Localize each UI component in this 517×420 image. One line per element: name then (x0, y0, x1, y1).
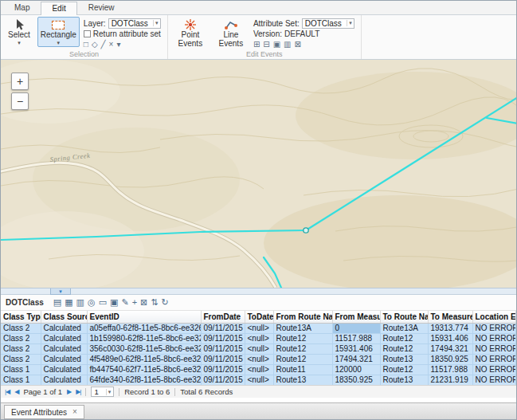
show-selected-records-icon[interactable]: ▥ (76, 298, 84, 307)
return-attribute-set-checkbox[interactable] (84, 30, 91, 37)
table-row[interactable]: Class 2Calculated1b159980-62f8-11e5-8bc6… (1, 333, 516, 343)
table-cell[interactable]: a05effa0-62f8-11e5-8bc6-ee32641d5ec9 (87, 323, 201, 333)
add-record-icon[interactable]: + (132, 298, 137, 307)
clear-selection-icon[interactable]: ▭ (99, 298, 107, 307)
column-header-class-type[interactable]: Class Type (1, 311, 41, 323)
table-cell[interactable]: Class 2 (1, 333, 41, 343)
table-cell[interactable]: Class 2 (1, 323, 41, 333)
table-cell[interactable]: 17494.321 (332, 354, 380, 364)
table-cell[interactable]: 18350.925 (332, 375, 380, 385)
save-edits-icon[interactable]: ▣ (110, 298, 118, 307)
table-cell[interactable]: <null> (245, 375, 273, 385)
column-header-class-source[interactable]: Class Source (41, 311, 87, 323)
tab-edit[interactable]: Edit (41, 2, 76, 15)
table-cell[interactable]: 1b159980-62f8-11e5-8bc6-ee32641d5ec9 (87, 333, 201, 343)
table-cell[interactable]: NO ERROR (472, 354, 516, 364)
table-cell[interactable]: 15931.406 (332, 343, 380, 354)
table-cell[interactable]: <null> (245, 323, 273, 333)
table-cell[interactable]: Calculated (41, 323, 87, 333)
table-cell[interactable]: NO ERROR (472, 364, 516, 375)
edit-record-icon[interactable]: ✎ (121, 298, 128, 307)
table-cell[interactable]: Calculated (41, 375, 87, 385)
table-cell[interactable]: Route11 (273, 364, 332, 375)
delete-record-icon[interactable]: ⊠ (140, 298, 147, 307)
table-cell[interactable]: Route13A (273, 323, 332, 333)
table-cell[interactable]: 19313.774 (428, 323, 472, 333)
column-header-to-measure[interactable]: To Measure (428, 311, 472, 323)
table-cell[interactable]: <null> (245, 333, 273, 343)
table-cell[interactable]: Class 1 (1, 364, 41, 375)
table-cell[interactable]: 09/11/2015 (201, 375, 245, 385)
clear-selection-icon[interactable]: × (109, 41, 114, 49)
select-by-rectangle-icon[interactable]: □ (84, 41, 88, 49)
zoom-to-selected-icon[interactable]: ◎ (88, 298, 96, 307)
merge-events-icon[interactable]: ⊟ (263, 41, 269, 49)
table-row[interactable]: Class 2Calculated4f5489e0-62f8-11e5-8bc6… (1, 354, 516, 364)
column-header-location-error[interactable]: Location Error (472, 311, 516, 323)
paste-event-icon[interactable]: ▥ (284, 41, 291, 49)
tab-map[interactable]: Map (3, 1, 41, 14)
table-row[interactable]: Class 2Calculated356c0030-62f8-11e5-8bc6… (1, 343, 516, 354)
table-cell[interactable]: Calculated (41, 354, 87, 364)
table-cell[interactable]: 11517.988 (428, 364, 472, 375)
zoom-out-button[interactable]: − (11, 92, 29, 110)
table-cell[interactable]: Route12 (380, 333, 428, 343)
table-row[interactable]: Class 1Calculatedfb447540-62f7-11e5-8bc6… (1, 364, 516, 375)
table-cell[interactable]: Class 2 (1, 343, 41, 354)
table-cell[interactable]: Route12 (380, 343, 428, 354)
table-cell[interactable]: Route12 (273, 333, 332, 343)
table-cell[interactable]: Route13A (380, 323, 428, 333)
table-cell[interactable]: 4f5489e0-62f8-11e5-8bc6-ee32641d5ec9 (87, 354, 201, 364)
table-cell[interactable]: 09/11/2015 (201, 354, 245, 364)
table-cell[interactable]: 356c0030-62f8-11e5-8bc6-ee32641d5ec9 (87, 343, 201, 354)
copy-event-icon[interactable]: ▣ (273, 41, 280, 49)
column-header-from-measure[interactable]: From Measure (332, 311, 380, 323)
first-page-button[interactable]: |◀ (5, 388, 10, 395)
select-tool-button[interactable]: Select ▾ (5, 17, 33, 47)
table-cell[interactable]: Class 2 (1, 354, 41, 364)
show-all-records-icon[interactable]: ▦ (65, 298, 72, 307)
point-events-button[interactable]: Point Events (172, 17, 209, 49)
table-cell[interactable]: Route12 (273, 354, 332, 364)
table-cell[interactable]: NO ERROR (472, 375, 516, 385)
close-icon[interactable]: × (72, 408, 77, 416)
table-cell[interactable]: Route13 (380, 354, 428, 364)
table-cell[interactable]: Calculated (41, 364, 87, 375)
table-cell[interactable]: 21231.919 (428, 375, 472, 385)
table-cell[interactable]: 09/11/2015 (201, 343, 245, 354)
split-event-icon[interactable]: ⊞ (253, 41, 260, 49)
sort-records-icon[interactable]: ⇅ (151, 298, 158, 307)
table-cell[interactable]: NO ERROR (472, 323, 516, 333)
table-cell[interactable]: Calculated (41, 333, 87, 343)
panel-splitter[interactable]: ▼ (1, 288, 516, 295)
table-row[interactable]: Class 1Calculated64fde340-62f8-11e5-8bc6… (1, 375, 516, 385)
table-cell[interactable]: fb447540-62f7-11e5-8bc6-ee32641d5ec9 (87, 364, 201, 375)
table-cell[interactable]: 120000 (332, 364, 380, 375)
column-header-eventid[interactable]: EventID (87, 311, 201, 323)
table-cell[interactable]: 18350.925 (428, 354, 472, 364)
last-page-button[interactable]: ▶| (76, 388, 80, 395)
refresh-table-icon[interactable]: ↻ (162, 298, 169, 307)
rectangle-tool-button[interactable]: Rectangle ▾ (37, 17, 80, 47)
table-cell[interactable]: 09/11/2015 (201, 364, 245, 375)
tab-event-attributes[interactable]: Event Attributes × (4, 405, 84, 419)
collapse-panel-button[interactable]: ▼ (50, 289, 71, 295)
line-events-button[interactable]: Line Events (213, 17, 249, 49)
select-by-line-icon[interactable]: ╱ (101, 41, 106, 49)
table-row[interactable]: Class 2Calculateda05effa0-62f8-11e5-8bc6… (1, 323, 516, 333)
table-cell[interactable]: 64fde340-62f8-11e5-8bc6-ee32641d5ec9 (87, 375, 201, 385)
table-cell[interactable]: 15931.406 (428, 333, 472, 343)
table-cell[interactable]: Route13 (273, 375, 332, 385)
route-junction-vertex[interactable] (304, 228, 308, 233)
previous-page-button[interactable]: ◀ (14, 388, 18, 395)
table-cell[interactable]: <null> (245, 343, 273, 354)
table-cell[interactable]: Calculated (41, 343, 87, 354)
page-number-select[interactable]: 1 ▾ (91, 387, 114, 397)
column-header-todate[interactable]: ToDate (245, 311, 273, 323)
table-cell[interactable]: <null> (245, 354, 273, 364)
table-cell[interactable]: Route12 (380, 364, 428, 375)
tab-review[interactable]: Review (77, 1, 126, 14)
table-cell[interactable]: Route12 (273, 343, 332, 354)
column-header-fromdate[interactable]: FromDate (201, 311, 245, 323)
table-cell[interactable]: Route13 (380, 375, 428, 385)
